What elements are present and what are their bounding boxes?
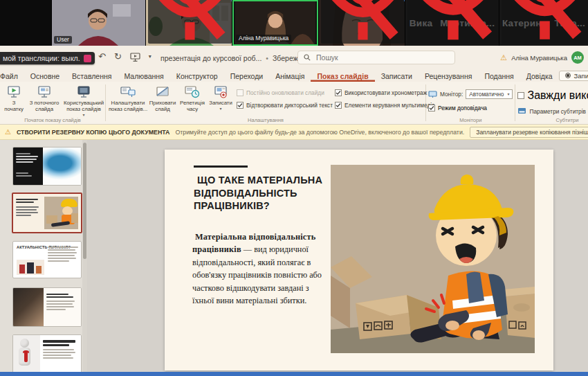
record-slideshow-button[interactable]: Записати ▾ [208, 84, 234, 111]
custom-slideshow-button[interactable]: Користувацький показ слайдів ▾ [63, 84, 104, 117]
video-tile-kovalchuk[interactable]: КовальчукІрина [146, 0, 232, 46]
custom-slideshow-label: Користувацький показ слайдів [63, 100, 104, 112]
titlebar: мой трансляции: выкл. ↶ ↻ ▾ презентація … [0, 46, 588, 69]
muted-mic-icon [324, 0, 402, 44]
tab-file[interactable]: Файл [0, 70, 24, 82]
check-icon [237, 102, 243, 108]
panel-scrollbar[interactable] [82, 140, 87, 372]
video-tile-maria[interactable]: Мария Санчишина [319, 0, 405, 46]
play-narrations-checkbox[interactable]: Відтворювати дикторський текст [237, 102, 335, 109]
rehearse-timings-button[interactable]: Репетиція часу [177, 84, 208, 112]
checkbox-label: Режим доповідача [438, 105, 487, 111]
warning-icon[interactable]: ⚠ [500, 53, 507, 62]
account-area[interactable]: ⚠ Аліна Муравицька АМ [500, 51, 584, 64]
search-input[interactable] [315, 53, 432, 62]
participant-name: User [57, 36, 69, 44]
tab-slideshow[interactable]: Показ слайдів [311, 70, 374, 82]
video-tile-user[interactable]: User [52, 0, 145, 46]
participant-name: Мария Санчишина [404, 0, 405, 3]
record-slideshow-label: Записати [209, 100, 232, 106]
tab-transitions[interactable]: Переходи [224, 70, 270, 82]
dropdown-caret-icon: ▾ [507, 93, 509, 96]
from-current-slide-button[interactable]: З поточного слайда [26, 84, 63, 112]
checkbox-label: Використовувати хронометраж [344, 89, 427, 96]
from-beginning-button[interactable]: З початку [2, 84, 26, 112]
muted-mic-icon [410, 0, 496, 44]
customize-toolbar-icon[interactable]: ▾ [149, 51, 151, 62]
keep-slides-updated-checkbox[interactable]: Постійно оновлювати слайди [237, 89, 335, 96]
schedule-backup-button[interactable]: Запланувати резервне копіювання пізніше [470, 127, 588, 138]
screen: User КовальчукІрина [0, 0, 588, 376]
search-box[interactable] [297, 51, 455, 64]
slide-thumbnail-5[interactable] [12, 334, 82, 372]
warning-icon: ⚠ [5, 128, 11, 136]
subtitle-settings-label: Параметри субтитрів [529, 108, 585, 115]
undo-icon[interactable]: ↶ [98, 51, 106, 62]
slide-title[interactable]: ЩО ТАКЕ МАТЕРІАЛЬНА ВІДПОВІДАЛЬНІСТЬ ПРА… [194, 174, 338, 213]
dropdown-caret-icon: ▾ [219, 107, 221, 111]
avatar[interactable]: АМ [571, 51, 584, 64]
scrollbar-thumb[interactable] [83, 143, 86, 259]
video-tile-vika[interactable]: Вика Мартинке... Вика Мартинкевич [405, 0, 499, 46]
presenter-view-checkbox[interactable]: Режим доповідача [428, 105, 513, 111]
tab-review[interactable]: Рецензування [419, 70, 478, 82]
record-icon [565, 73, 571, 78]
check-icon [429, 105, 434, 111]
monitor-dropdown[interactable]: Автоматично ▾ [466, 89, 513, 99]
muted-mic-icon [151, 0, 229, 44]
slide-body-text[interactable]: Матеріальна відповідальність працівників… [192, 231, 332, 307]
tab-help[interactable]: Довідка [520, 70, 559, 82]
media-controls-checkbox[interactable]: Елементи керування мультимедіа [335, 102, 437, 109]
check-icon [336, 90, 341, 96]
slide-thumbnail-1[interactable] [12, 147, 82, 186]
muted-mic-icon [504, 0, 585, 44]
tab-design[interactable]: Конструктор [170, 70, 224, 82]
participant-name-badge: Вика Мартинкевич [407, 0, 499, 44]
participant-name-badge: Мария Санчишина [321, 0, 405, 44]
video-tile-kateryna[interactable]: Катерина Тара... Катерина Тарабака [499, 0, 588, 46]
always-use-subtitles-checkbox[interactable]: Завжди використовувати [517, 89, 588, 102]
slide-illustration-frame[interactable] [331, 165, 535, 353]
checkbox-label: Постійно оновлювати слайди [246, 89, 324, 96]
from-beginning-icon [6, 86, 21, 98]
slide-thumbnail-4[interactable] [12, 287, 82, 327]
setup-slideshow-button[interactable]: Налаштувати показ слайдів... [108, 84, 148, 112]
video-tile-offscreen[interactable] [0, 0, 51, 46]
record-button[interactable]: Записати [559, 71, 588, 81]
stream-app-icon [84, 55, 91, 62]
setup-slideshow-icon [120, 86, 136, 98]
tab-view[interactable]: Подання [478, 70, 520, 82]
tab-record[interactable]: Записати [375, 70, 419, 82]
slide-thumbnail-3[interactable]: АКТУАЛЬНІСТЬ ПИТАННЯ? [12, 241, 82, 278]
tab-draw[interactable]: Малювання [118, 70, 169, 82]
tab-animations[interactable]: Анімація [269, 70, 311, 82]
video-tile-alina[interactable]: Аліна Муравицька [232, 0, 318, 46]
group-label: Налаштування [106, 117, 425, 123]
slideshow-icon[interactable] [130, 53, 140, 62]
slide-canvas[interactable]: ЩО ТАКЕ МАТЕРІАЛЬНА ВІДПОВІДАЛЬНІСТЬ ПРА… [165, 150, 553, 370]
checkbox-checked [428, 105, 435, 111]
search-icon [304, 54, 311, 61]
rehearse-timings-icon [185, 86, 200, 98]
tab-bar-right: Записати [559, 69, 588, 82]
checkbox-unchecked [517, 92, 524, 99]
from-current-slide-label: З поточного слайда [26, 100, 63, 112]
zoom-video-strip: User КовальчукІрина [0, 0, 588, 46]
subtitle-settings-button[interactable]: Параметри субтитрів ▾ [517, 107, 588, 115]
tab-insert[interactable]: Вставлення [66, 70, 118, 82]
hide-slide-button[interactable]: Приховати слайд [148, 84, 177, 112]
title-accent-rule [194, 165, 248, 168]
bottom-bar [0, 372, 588, 376]
participant-name-badge: Катерина Тарабака [502, 0, 588, 44]
custom-slideshow-icon [76, 86, 91, 98]
checkbox-unchecked [237, 89, 244, 96]
participant-name-badge: User [54, 36, 72, 44]
use-timings-checkbox[interactable]: Використовувати хронометраж [335, 89, 437, 96]
check-icon [336, 102, 341, 108]
setup-checkboxes-col2: Використовувати хронометраж Елементи кер… [335, 84, 437, 109]
hide-slide-label: Приховати слайд [148, 100, 177, 112]
tab-home[interactable]: Основне [24, 70, 66, 82]
redo-icon[interactable]: ↻ [114, 51, 122, 62]
slide-thumbnail-2-selected[interactable] [12, 193, 82, 233]
stream-status-overlay: мой трансляции: выкл. [0, 52, 95, 64]
